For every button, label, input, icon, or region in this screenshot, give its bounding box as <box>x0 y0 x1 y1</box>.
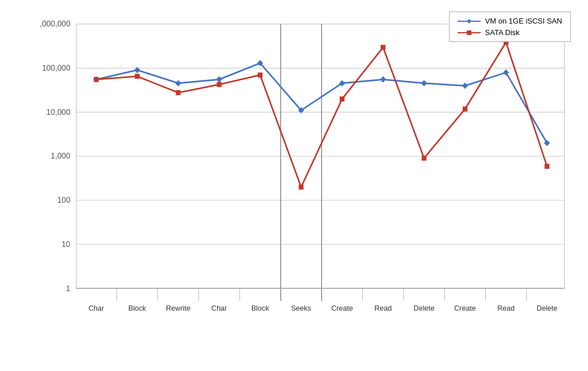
legend-item-vm: VM on 1GE iSCSI SAN <box>458 17 562 25</box>
sata-point-3 <box>216 82 221 87</box>
sata-point-2 <box>176 90 180 95</box>
sata-point-8 <box>421 156 426 161</box>
svg-marker-1 <box>467 19 471 24</box>
vm-point-2 <box>175 80 181 86</box>
svg-text:1,000,000: 1,000,000 <box>40 19 71 28</box>
xlabel-3: Char <box>211 303 227 312</box>
xlabel-11: Delete <box>536 303 557 312</box>
sata-point-9 <box>463 106 467 111</box>
xlabel-5: Seeks <box>291 303 311 312</box>
legend-sata-label: SATA Disk <box>485 28 520 37</box>
sata-point-6 <box>340 96 345 102</box>
sata-point-7 <box>381 45 385 50</box>
vm-point-9 <box>462 83 468 89</box>
legend-item-sata: SATA Disk <box>458 28 562 37</box>
vm-point-7 <box>380 76 386 83</box>
svg-text:1,000: 1,000 <box>51 151 70 160</box>
svg-text:100,000: 100,000 <box>42 63 71 72</box>
xlabel-9: Create <box>454 303 476 312</box>
xlabel-7: Read <box>374 303 392 312</box>
xlabel-4: Block <box>252 303 269 312</box>
sata-point-0 <box>94 77 98 82</box>
svg-rect-3 <box>467 30 471 35</box>
svg-text:10: 10 <box>61 239 70 249</box>
xlabel-2: Rewrite <box>166 303 191 312</box>
chart-svg: 1 10 100 1,000 10,000 100,000 1,000,000 <box>40 11 577 314</box>
xlabel-0: Char <box>88 303 105 312</box>
xlabel-1: Block <box>129 303 146 312</box>
svg-text:1: 1 <box>66 283 71 292</box>
chart-container: VM on 1GE iSCSI SAN SATA Disk 1 10 100 1… <box>0 0 588 371</box>
sata-point-1 <box>135 74 140 79</box>
svg-text:100: 100 <box>57 195 71 204</box>
xlabel-8: Delete <box>413 303 434 312</box>
chart-legend: VM on 1GE iSCSI SAN SATA Disk <box>449 11 571 42</box>
sata-point-5 <box>299 184 303 190</box>
svg-text:10,000: 10,000 <box>47 107 71 116</box>
legend-vm-label: VM on 1GE iSCSI SAN <box>485 17 562 25</box>
vm-point-8 <box>421 80 427 86</box>
sata-point-11 <box>544 164 549 169</box>
xlabel-10: Read <box>497 303 514 312</box>
vm-point-3 <box>216 76 222 83</box>
xlabel-6: Create <box>331 303 353 312</box>
sata-point-4 <box>258 72 262 78</box>
